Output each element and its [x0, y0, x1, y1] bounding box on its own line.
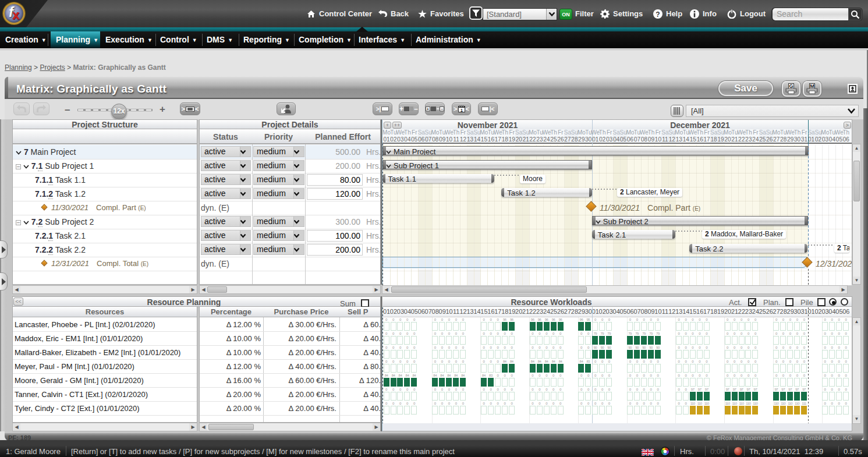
svg-text:?: ?	[656, 10, 660, 18]
svg-text:1: 1	[460, 108, 463, 112]
